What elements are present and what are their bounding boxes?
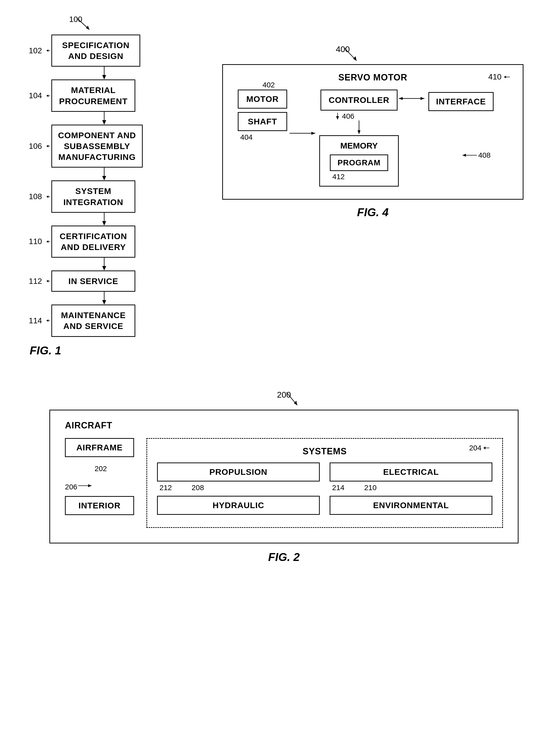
fig4-title: FIG. 4 — [222, 206, 523, 219]
ref-102: 102 — [20, 46, 42, 55]
box-motor: MOTOR — [238, 90, 287, 109]
ref-100-arrow — [77, 18, 97, 33]
ref-110: 110 — [20, 237, 42, 246]
svg-marker-23 — [46, 280, 48, 282]
box-controller: CONTROLLER — [320, 90, 398, 111]
ref-104-arrow — [45, 93, 50, 98]
svg-marker-11 — [46, 145, 48, 147]
svg-marker-5 — [102, 75, 106, 80]
ref-406: 406 — [342, 112, 354, 120]
memory-label: MEMORY — [330, 141, 388, 151]
box-component: COMPONENT ANDSUBASSEMBLYMANUFACTURING — [51, 125, 143, 168]
svg-marker-3 — [46, 49, 48, 52]
svg-marker-46 — [88, 484, 92, 487]
box-interior: INTERIOR — [65, 496, 134, 515]
connector-controller-interface — [399, 96, 428, 101]
fig2-outer-box: AIRCRAFT AIRFRAME 202 206 INT — [49, 410, 519, 543]
svg-marker-42 — [462, 154, 466, 157]
svg-marker-15 — [46, 196, 48, 198]
arrow-5-6 — [45, 258, 163, 271]
arrow-3-4 — [45, 168, 163, 180]
arrow-6-7 — [45, 292, 163, 305]
ref-408-arrow — [460, 152, 477, 158]
fig2-title: FIG. 2 — [49, 550, 519, 564]
box-certification: CERTIFICATIONAND DELIVERY — [51, 226, 135, 258]
ref-412: 412 — [332, 173, 345, 181]
svg-marker-29 — [353, 56, 357, 61]
box-inservice: IN SERVICE — [51, 271, 135, 292]
ref-112: 112 — [20, 277, 42, 286]
page: 100 102 SPECIFICATIONAND DESIGN 104 — [0, 0, 560, 731]
box-interface: INTERFACE — [428, 92, 494, 111]
ref-204: 204 — [469, 444, 481, 452]
box-airframe: AIRFRAME — [65, 438, 134, 457]
aircraft-label: AIRCRAFT — [65, 420, 503, 431]
box-material: MATERIALPROCUREMENT — [51, 80, 135, 112]
ref-106: 106 — [20, 142, 42, 151]
ref-214: 214 — [332, 483, 344, 492]
ref-400-arrow — [344, 48, 364, 65]
svg-marker-33 — [311, 132, 315, 135]
ref-114: 114 — [20, 316, 42, 325]
ref-112-arrow — [45, 279, 50, 284]
svg-marker-17 — [102, 221, 106, 226]
fig1-title: FIG. 1 — [30, 344, 163, 357]
ref-204-arrow — [482, 445, 490, 451]
connector-controller-memory — [356, 120, 362, 135]
connector-motor-controller — [290, 130, 319, 136]
svg-marker-48 — [483, 446, 485, 449]
fig2-diagram: 200 AIRCRAFT AIRFRAME 202 206 — [49, 390, 519, 564]
svg-marker-31 — [504, 76, 506, 78]
box-hydraulic: HYDRAULIC — [157, 496, 320, 515]
box-electrical: ELECTRICAL — [330, 462, 492, 481]
svg-marker-13 — [102, 176, 106, 180]
ref-108: 108 — [20, 192, 42, 201]
svg-marker-1 — [86, 26, 89, 30]
ref-114-arrow — [45, 318, 50, 323]
svg-marker-21 — [102, 266, 106, 271]
ref-402: 402 — [262, 81, 275, 89]
ref-206-label: 206 — [65, 483, 77, 491]
arrow-4-5 — [45, 213, 163, 226]
svg-marker-35 — [336, 116, 339, 120]
ref-206-arrow — [78, 483, 96, 489]
ref-106-arrow — [45, 144, 50, 149]
svg-marker-7 — [46, 95, 48, 97]
fig4-diagram: 400 SERVO MOTOR 410 — [222, 44, 523, 219]
box-program: PROGRAM — [330, 155, 388, 171]
fig4-outer-box: SERVO MOTOR 410 402 MOTOR SHAFT — [222, 64, 523, 200]
box-maintenance: MAINTENANCEAND SERVICE — [51, 305, 135, 337]
ref-404: 404 — [240, 133, 253, 141]
servo-motor-label: SERVO MOTOR — [338, 72, 407, 83]
box-memory: MEMORY PROGRAM 412 — [319, 135, 399, 187]
box-propulsion: PROPULSION — [157, 462, 320, 481]
ref-200-arrow — [286, 392, 304, 410]
ref-406-arrow — [334, 113, 341, 120]
ref-102-arrow — [45, 48, 50, 53]
ref-202-label: 202 — [95, 464, 107, 473]
box-system: SYSTEMINTEGRATION — [51, 180, 135, 213]
ref-110-arrow — [45, 239, 50, 244]
svg-marker-39 — [399, 97, 403, 100]
ref-410-arrow — [503, 75, 510, 80]
ref-108-arrow — [45, 194, 50, 199]
ref-208: 208 — [192, 483, 204, 492]
svg-marker-19 — [46, 240, 48, 243]
ref-104: 104 — [20, 91, 42, 100]
ref-210: 210 — [364, 483, 377, 492]
svg-marker-9 — [102, 120, 106, 125]
arrow-1-2 — [45, 67, 163, 80]
ref-212: 212 — [160, 483, 172, 492]
systems-label: SYSTEMS — [302, 446, 347, 456]
fig1-diagram: 100 102 SPECIFICATIONAND DESIGN 104 — [20, 15, 163, 357]
svg-marker-27 — [46, 319, 48, 322]
svg-marker-25 — [102, 300, 106, 305]
arrow-2-3 — [45, 112, 163, 125]
svg-marker-37 — [358, 130, 360, 134]
systems-dashed-box: SYSTEMS 204 PROPULSION ELECTRICAL — [146, 438, 503, 528]
ref-410: 410 — [488, 72, 501, 81]
box-environmental: ENVIRONMENTAL — [330, 496, 492, 515]
box-shaft: SHAFT — [238, 112, 287, 131]
svg-marker-40 — [420, 97, 424, 100]
ref-408: 408 — [478, 151, 491, 160]
